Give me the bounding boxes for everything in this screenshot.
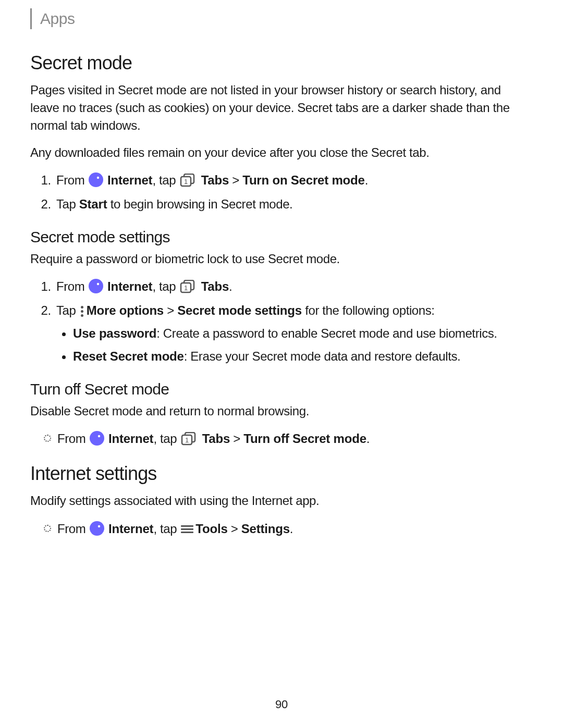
header-bar [30, 8, 32, 29]
secret-mode-settings-label: Secret mode settings [177, 303, 302, 317]
manual-page: Apps Secret mode Pages visited in Secret… [0, 0, 563, 728]
text: Tap [56, 303, 79, 317]
heading-internet-settings: Internet settings [30, 463, 533, 485]
svg-point-16 [97, 525, 100, 527]
step-item: Tap More options > Secret mode settings … [54, 301, 533, 366]
breadcrumb: Apps [40, 10, 75, 28]
page-number: 90 [0, 698, 563, 711]
action-label: Turn on Secret mode [242, 173, 364, 187]
text: > [230, 431, 243, 446]
svg-point-6 [96, 283, 99, 285]
tabs-label: Tabs [202, 431, 230, 446]
more-options-icon [80, 304, 84, 317]
text: : Erase your Secret mode data and restor… [184, 349, 461, 363]
step-item: From Internet, tap 1 Tabs > Turn off Sec… [44, 429, 533, 448]
internet-icon [89, 279, 103, 293]
text: : Create a password to enable Secret mod… [156, 326, 497, 340]
text: . [290, 522, 293, 536]
svg-point-1 [96, 177, 99, 179]
internet-label: Internet [108, 431, 153, 446]
svg-text:1: 1 [185, 436, 189, 444]
heading-secret-mode: Secret mode [30, 52, 533, 74]
text: , tap [153, 431, 180, 446]
svg-point-10 [90, 431, 104, 446]
ordered-steps: From Internet, tap 1 Tabs. Tap More opti… [30, 277, 533, 366]
step-item: From Internet, tap 1 Tabs > Turn on Secr… [54, 171, 533, 190]
bullet-steps: From Internet, tap Tools > Settings. [30, 520, 533, 538]
step-item: Tap Start to begin browsing in Secret mo… [54, 195, 533, 214]
text: > [228, 522, 241, 536]
text: From [57, 522, 89, 536]
text: . [366, 431, 370, 446]
tabs-icon: 1 [181, 432, 198, 446]
text: From [56, 279, 88, 293]
ordered-steps: From Internet, tap 1 Tabs > Turn on Secr… [30, 171, 533, 214]
option-use-password: Use password [73, 326, 156, 340]
text: From [56, 173, 88, 187]
step-item: From Internet, tap 1 Tabs. [54, 277, 533, 296]
svg-point-11 [97, 435, 100, 437]
bullet-steps: From Internet, tap 1 Tabs > Turn off Sec… [30, 429, 533, 448]
paragraph: Disable Secret mode and return to normal… [30, 402, 533, 420]
tools-icon [181, 524, 193, 534]
tabs-label: Tabs [201, 173, 229, 187]
header-row: Apps [30, 8, 533, 29]
more-options-label: More options [87, 303, 164, 317]
svg-point-15 [90, 521, 104, 536]
text: , tap [152, 279, 179, 293]
paragraph: Pages visited in Secret mode are not lis… [30, 81, 533, 134]
text: , tap [152, 173, 179, 187]
paragraph: Modify settings associated with using th… [30, 492, 533, 510]
heading-secret-mode-settings: Secret mode settings [30, 228, 533, 246]
svg-point-0 [89, 172, 103, 187]
text: , tap [153, 522, 180, 536]
svg-text:1: 1 [184, 284, 188, 292]
tabs-icon: 1 [180, 174, 197, 187]
tools-label: Tools [195, 522, 227, 536]
heading-turn-off-secret-mode: Turn off Secret mode [30, 380, 533, 398]
internet-icon [90, 431, 104, 446]
svg-point-5 [89, 279, 103, 293]
action-label: Turn off Secret mode [243, 431, 366, 446]
internet-label: Internet [108, 522, 153, 536]
tabs-icon: 1 [180, 280, 197, 293]
paragraph: Require a password or biometric lock to … [30, 250, 533, 268]
text: to begin browsing in Secret mode. [107, 197, 292, 211]
text: > [164, 303, 177, 317]
text: From [57, 431, 89, 446]
text: . [365, 173, 368, 187]
internet-icon [89, 172, 103, 187]
step-item: From Internet, tap Tools > Settings. [44, 520, 533, 538]
start-label: Start [79, 197, 107, 211]
option-item: Reset Secret mode: Erase your Secret mod… [73, 347, 533, 366]
paragraph: Any downloaded files remain on your devi… [30, 144, 533, 162]
internet-label: Internet [107, 173, 152, 187]
text: > [229, 173, 242, 187]
option-item: Use password: Create a password to enabl… [73, 324, 533, 343]
options-list: Use password: Create a password to enabl… [56, 324, 533, 366]
text: for the following options: [302, 303, 435, 317]
internet-label: Internet [107, 279, 152, 293]
text: Tap [56, 197, 79, 211]
svg-text:1: 1 [184, 178, 188, 186]
tabs-label: Tabs [201, 279, 229, 293]
internet-icon [90, 521, 104, 536]
settings-label: Settings [241, 522, 290, 536]
text: . [229, 279, 232, 293]
option-reset-secret-mode: Reset Secret mode [73, 349, 184, 363]
